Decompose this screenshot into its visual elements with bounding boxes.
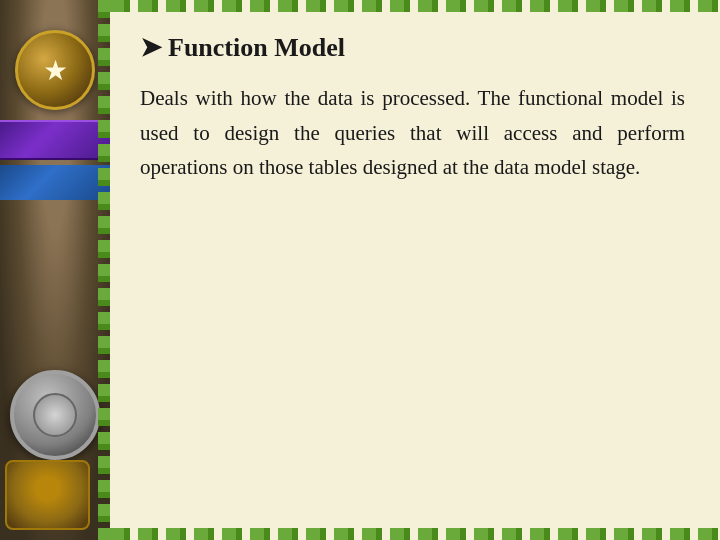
- heading-text: Function Model: [168, 33, 345, 63]
- left-border-dashes: [98, 0, 110, 540]
- body-paragraph: Deals with how the data is processed. Th…: [140, 81, 685, 185]
- ribbon-decoration-1: [0, 120, 110, 160]
- section-heading: ➤ Function Model: [140, 32, 685, 63]
- arrow-icon: ➤: [140, 32, 162, 63]
- left-decorative-panel: [0, 0, 110, 540]
- medal-top-decoration: [15, 30, 95, 110]
- bottom-dashed-border: [110, 528, 720, 540]
- left-panel-background: [0, 0, 110, 540]
- compass-decoration: [5, 460, 90, 530]
- right-content-panel: ➤ Function Model Deals with how the data…: [110, 0, 720, 540]
- medal-bottom-decoration: [10, 370, 100, 460]
- top-dashed-border: [110, 0, 720, 12]
- slide-container: ➤ Function Model Deals with how the data…: [0, 0, 720, 540]
- content-area: ➤ Function Model Deals with how the data…: [110, 12, 720, 528]
- ribbon-decoration-2: [0, 165, 110, 200]
